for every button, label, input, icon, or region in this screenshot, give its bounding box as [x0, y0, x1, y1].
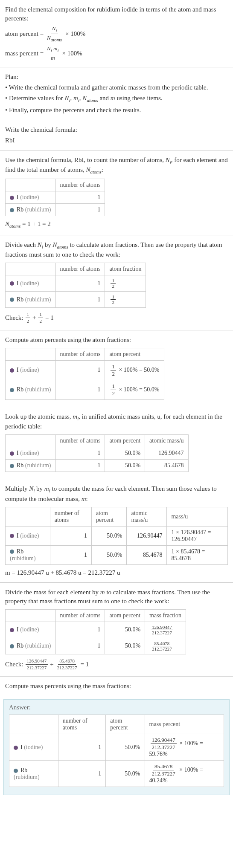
- frac-denom: Natoms: [46, 34, 63, 43]
- header-fraction: atom fraction: [105, 263, 146, 275]
- header-percent: atom percent: [105, 435, 145, 447]
- element-cell: Rb (rubidium): [6, 460, 56, 472]
- answer-label: Answer:: [9, 704, 224, 711]
- fraction-cell: 12: [105, 275, 146, 292]
- element-cell: Rb (rubidium): [6, 638, 56, 654]
- check-end: = 1: [80, 660, 89, 669]
- var: Natoms: [5, 220, 20, 227]
- check-end: = 1: [45, 313, 54, 322]
- element-dot-icon: [14, 746, 18, 750]
- header-mass: atomic mass/u: [145, 435, 189, 447]
- atoms-cell: 1: [55, 191, 105, 204]
- element-dot-icon: [10, 451, 14, 456]
- atoms-cell: 1: [55, 204, 105, 216]
- section-text: Divide each Ni by Natoms to calculate at…: [5, 240, 228, 259]
- header-atoms: number of atoms: [55, 609, 105, 622]
- element-cell: I (iodine): [6, 360, 56, 380]
- element-cell: I (iodine): [9, 734, 58, 761]
- percent-cell: 50.0%: [105, 622, 145, 638]
- table-row: I (iodine)112: [6, 275, 146, 292]
- percent-cell: 50.0%: [105, 447, 145, 460]
- answer-table: number of atomsatom percentmass percent …: [9, 715, 224, 787]
- table-row: Rb (rubidium)1: [6, 204, 105, 216]
- header-atoms: number of atoms: [55, 435, 105, 447]
- element-dot-icon: [10, 368, 14, 373]
- table-row: Rb (rubidium)112 × 100% = 50.0%: [6, 380, 164, 399]
- table-row: Rb (rubidium)150.0%85.4678212.37227 × 10…: [9, 761, 224, 787]
- percent-cell: 12 × 100% = 50.0%: [105, 380, 164, 399]
- fraction-cell: 12: [105, 292, 146, 308]
- plan-section: Plan: • Write the chemical formula and g…: [0, 67, 233, 120]
- plan-bullet: • Finally, compute the percents and chec…: [5, 106, 228, 115]
- element-cell: Rb (rubidium): [6, 545, 50, 564]
- amass-cell: 85.4678: [127, 545, 167, 564]
- table-header-row: number of atomsatom percentatomic mass/u…: [6, 507, 228, 526]
- atoms-cell: 1: [55, 292, 105, 308]
- half-fraction: 12: [38, 311, 43, 325]
- element-name: (rubidium): [14, 774, 40, 780]
- times-100: × 100%: [62, 49, 82, 58]
- atoms-table: number of atoms I (iodine)1 Rb (rubidium…: [5, 179, 105, 216]
- atoms-cell: 1: [55, 380, 105, 399]
- table-header-row: number of atomsatom percent: [6, 348, 164, 360]
- element-name: (iodine): [20, 626, 39, 633]
- element-name: (iodine): [20, 280, 39, 286]
- mass-cell: 126.90447: [145, 447, 189, 460]
- element-cell: I (iodine): [6, 447, 56, 460]
- atom-fraction-table: number of atomsatom fraction I (iodine)1…: [5, 263, 146, 308]
- frac-numer: Ni: [51, 25, 58, 34]
- atomic-mass-section: Look up the atomic mass, mi, in unified …: [0, 407, 233, 479]
- element-name: (rubidium): [25, 642, 51, 649]
- percent-cell: 50.0%: [105, 638, 145, 654]
- mass-percent-section: Compute mass percents using the mass fra…: [0, 677, 233, 696]
- atom-percent-formula: atom percent = Ni Natoms × 100%: [5, 25, 228, 43]
- amass-cell: 126.90447: [127, 526, 167, 545]
- atom-percent-table: number of atomsatom percent I (iodine)11…: [5, 348, 164, 400]
- massfrac-cell: 126.90447212.37227: [145, 622, 186, 638]
- chemical-formula: RbI: [5, 136, 228, 145]
- mass-fraction-table: number of atomsatom percentmass fraction…: [5, 609, 186, 654]
- half-fraction: 12: [111, 294, 116, 305]
- element-mass-table: number of atomsatom percentatomic mass/u…: [5, 507, 228, 565]
- table-header-row: number of atomsatom percentmass percent: [9, 715, 224, 734]
- percent-cell: 50.0%: [92, 545, 127, 564]
- atoms-cell: 1: [50, 545, 91, 564]
- element-dot-icon: [10, 644, 14, 648]
- atoms-cell: 1: [55, 622, 105, 638]
- mass-fraction: 85.4678212.37227: [56, 658, 79, 671]
- header-percent: atom percent: [105, 348, 164, 360]
- element-name: (iodine): [20, 367, 39, 373]
- section-text: Divide the mass for each element by m to…: [5, 588, 228, 606]
- half-fraction: 12: [111, 383, 116, 397]
- header-blank: [6, 609, 56, 622]
- table-row: I (iodine)1: [6, 191, 105, 204]
- header-percent: atom percent: [105, 609, 145, 622]
- header-blank: [6, 435, 56, 447]
- plan-bullet: • Write the chemical formula and gather …: [5, 83, 228, 92]
- element-name: (rubidium): [25, 386, 51, 393]
- atom-percent-cell: 50.0%: [106, 734, 145, 761]
- percent-cell: 12 × 100% = 50.0%: [105, 360, 164, 380]
- section-text: Multiply Ni by mi to compute the mass fo…: [5, 484, 228, 503]
- element-dot-icon: [10, 388, 14, 392]
- header-atom-percent: atom percent: [106, 715, 145, 734]
- atoms-cell: 1: [55, 360, 105, 380]
- element-dot-icon: [10, 281, 14, 286]
- header-blank: [9, 715, 58, 734]
- atoms-cell: 1: [58, 761, 106, 787]
- element-name: (rubidium): [10, 555, 36, 561]
- atom-percent-label: atom percent =: [5, 29, 44, 38]
- element-cell: Rb (rubidium): [9, 761, 58, 787]
- atom-percent-cell: 50.0%: [106, 761, 145, 787]
- header-percent: atom percent: [92, 507, 127, 526]
- header-amass: atomic mass/u: [127, 507, 167, 526]
- intro-text: Find the elemental composition for rubid…: [5, 5, 228, 23]
- element-dot-icon: [10, 628, 14, 632]
- times-100: × 100%: [65, 29, 85, 38]
- header-atoms: number of atoms: [55, 263, 105, 275]
- formula-section: Write the chemical formula: RbI: [0, 120, 233, 150]
- header-blank: [6, 348, 56, 360]
- n-atoms-sum: Natoms = 1 + 1 = 2: [5, 220, 228, 229]
- percent-expr: × 100% = 50.0%: [117, 386, 160, 393]
- mass-cell: 85.4678: [145, 460, 189, 472]
